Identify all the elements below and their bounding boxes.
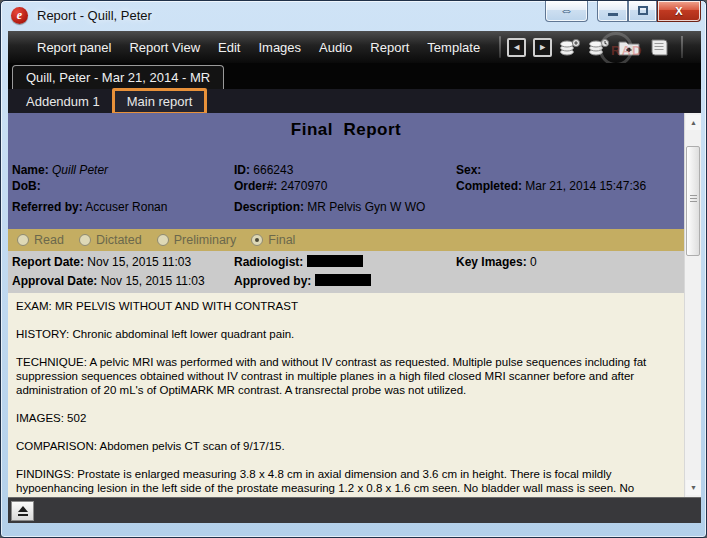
radio-final[interactable]: Final	[251, 233, 295, 247]
maximize-button[interactable]	[628, 1, 657, 22]
toolbar: RAD ◄ ►	[507, 36, 683, 58]
folder-import-icon[interactable]	[617, 38, 641, 57]
report-content: Final Report Name: Quill Peter DoB: Refe…	[8, 113, 701, 497]
book-icon[interactable]	[648, 38, 670, 57]
tab-addendum-1[interactable]: Addendum 1	[14, 91, 112, 112]
patient-id-row: ID: 666243	[234, 162, 425, 178]
meta-row-1: Report Date: Nov 15, 2015 11:03 Radiolog…	[8, 255, 684, 272]
menu-edit[interactable]: Edit	[209, 40, 249, 55]
meta-row-2: Approval Date: Nov 15, 2015 11:03 Approv…	[8, 274, 684, 291]
key-images-value: 0	[530, 255, 537, 269]
report-date-label: Report Date:	[12, 255, 84, 269]
id-label: ID:	[234, 163, 250, 177]
referred-by-row: Referred by: Accuser Ronan	[12, 199, 167, 215]
toolbar-end-separator	[681, 36, 683, 58]
scroll-up-button[interactable]: ▲	[686, 115, 701, 130]
scrollbar-thumb[interactable]	[686, 146, 700, 256]
minimize-icon	[608, 13, 618, 16]
close-button[interactable]: X	[657, 1, 701, 22]
approved-by-redaction	[315, 274, 371, 286]
key-images-cell: Key Images: 0	[456, 255, 537, 269]
report-title: Final Report	[8, 113, 684, 140]
referred-by-label: Referred by:	[12, 200, 83, 214]
patient-column-2: ID: 666243 Order#: 2470970 Description: …	[234, 162, 425, 215]
approval-date-value: Nov 15, 2015 11:03	[101, 274, 205, 288]
dob-label: DoB:	[12, 179, 41, 193]
double-arrow-icon: ⇔	[560, 2, 574, 18]
patient-column-3: Sex: Completed: Mar 21, 2014 15:47:36	[456, 162, 646, 194]
tab-main-report[interactable]: Main report	[115, 91, 205, 112]
completed-row: Completed: Mar 21, 2014 15:47:36	[456, 178, 646, 194]
study-tab-bar: Quill, Peter - Mar 21, 2014 - MR	[8, 63, 701, 89]
menu-images[interactable]: Images	[249, 40, 310, 55]
tab-study[interactable]: Quill, Peter - Mar 21, 2014 - MR	[12, 65, 224, 89]
records-add-icon[interactable]	[559, 37, 581, 57]
description-value: MR Pelvis Gyn W WO	[307, 200, 425, 214]
maximize-icon	[638, 6, 648, 15]
radio-preliminary-label: Preliminary	[174, 233, 237, 247]
approved-by-label: Approved by:	[234, 274, 311, 288]
report-tab-bar: Addendum 1 Main report	[8, 89, 701, 113]
report-date-value: Nov 15, 2015 11:03	[87, 255, 191, 269]
patient-name-row: Name: Quill Peter	[12, 162, 167, 178]
completed-value: Mar 21, 2014 15:47:36	[525, 179, 646, 193]
radio-read-label: Read	[34, 233, 64, 247]
exam-paragraph: EXAM: MR PELVIS WITHOUT AND WITH CONTRAS…	[16, 299, 676, 313]
records-clock-icon[interactable]	[588, 37, 610, 57]
report-header: Final Report Name: Quill Peter DoB: Refe…	[8, 113, 684, 229]
order-label: Order#:	[234, 179, 277, 193]
close-icon: X	[675, 5, 682, 17]
minimize-button[interactable]	[597, 1, 628, 22]
images-paragraph: IMAGES: 502	[16, 411, 676, 425]
flip-window-button[interactable]: ⇔	[545, 1, 588, 22]
name-value: Quill Peter	[52, 163, 108, 177]
approved-by-cell: Approved by:	[234, 274, 371, 288]
key-images-label: Key Images:	[456, 255, 527, 269]
sex-row: Sex:	[456, 162, 646, 178]
referred-by-value: Accuser Ronan	[85, 200, 167, 214]
history-paragraph: HISTORY: Chronic abdominal left lower qu…	[16, 327, 676, 341]
approval-date-cell: Approval Date: Nov 15, 2015 11:03	[12, 274, 205, 288]
name-label: Name:	[12, 163, 49, 177]
technique-paragraph: TECHNIQUE: A pelvic MRI was performed wi…	[16, 355, 676, 397]
comparison-paragraph: COMPARISON: Abdomen pelvis CT scan of 9/…	[16, 439, 676, 453]
window-body: Report panel Report View Edit Images Aud…	[8, 31, 701, 523]
id-value: 666243	[253, 163, 293, 177]
description-row: Description: MR Pelvis Gyn W WO	[234, 199, 425, 215]
radio-dictated[interactable]: Dictated	[79, 233, 142, 247]
radio-read-circle[interactable]	[17, 234, 29, 246]
order-value: 2470970	[281, 179, 328, 193]
findings-paragraph: FINDINGS: Prostate is enlarged measuring…	[16, 467, 676, 497]
radio-final-circle[interactable]	[251, 234, 263, 246]
main-report-tab-highlight: Main report	[112, 88, 208, 115]
eject-icon	[18, 506, 28, 512]
radio-final-label: Final	[268, 233, 295, 247]
completed-label: Completed:	[456, 179, 522, 193]
radio-read[interactable]: Read	[17, 233, 64, 247]
radiologist-label: Radiologist:	[234, 255, 303, 269]
next-report-icon[interactable]: ►	[533, 38, 552, 57]
previous-report-icon[interactable]: ◄	[507, 38, 526, 57]
menu-report-view[interactable]: Report View	[120, 40, 209, 55]
approval-date-label: Approval Date:	[12, 274, 97, 288]
title-bar[interactable]: e Report - Quill, Peter ⇔ X	[1, 1, 706, 31]
status-bar: Read Dictated Preliminary Final	[8, 229, 684, 251]
menu-audio[interactable]: Audio	[310, 40, 361, 55]
window-title: Report - Quill, Peter	[37, 8, 152, 23]
radio-preliminary-circle[interactable]	[157, 234, 169, 246]
vertical-scrollbar[interactable]: ▲ ▼	[684, 113, 701, 497]
patient-dob-row: DoB:	[12, 178, 167, 194]
menu-report[interactable]: Report	[361, 40, 418, 55]
patient-column-1: Name: Quill Peter DoB: Referred by: Accu…	[12, 162, 167, 215]
menu-report-panel[interactable]: Report panel	[28, 40, 120, 55]
toolbar-separator	[499, 36, 501, 58]
radio-preliminary[interactable]: Preliminary	[157, 233, 237, 247]
report-meta-bar: Report Date: Nov 15, 2015 11:03 Radiolog…	[8, 251, 684, 293]
report-date-cell: Report Date: Nov 15, 2015 11:03	[12, 255, 191, 269]
report-body-text[interactable]: EXAM: MR PELVIS WITHOUT AND WITH CONTRAS…	[8, 293, 684, 497]
menu-template[interactable]: Template	[418, 40, 489, 55]
radio-dictated-circle[interactable]	[79, 234, 91, 246]
order-row: Order#: 2470970	[234, 178, 425, 194]
scroll-down-button[interactable]: ▼	[686, 480, 701, 495]
collapse-panel-button[interactable]	[11, 501, 34, 521]
